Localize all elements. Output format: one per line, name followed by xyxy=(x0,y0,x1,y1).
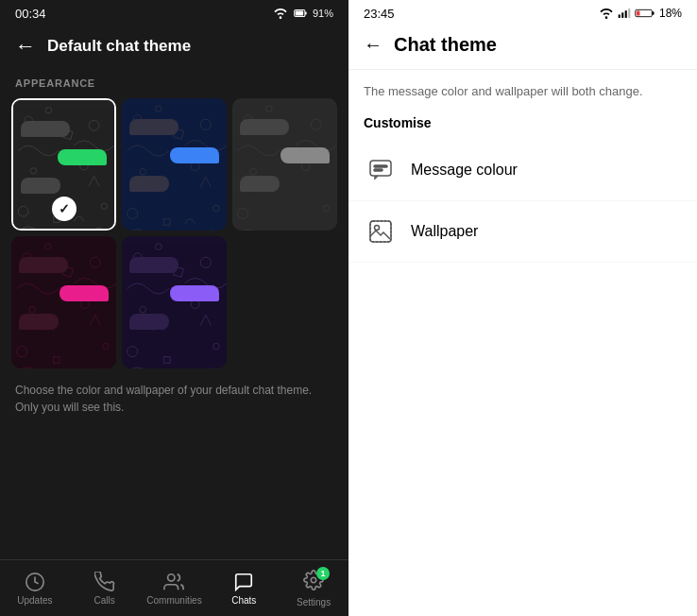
message-colour-svg xyxy=(367,157,394,183)
svg-rect-61 xyxy=(628,9,630,18)
left-header: ← Default chat theme xyxy=(0,26,348,70)
customise-label: Customise xyxy=(348,110,697,140)
theme-item-plain[interactable] xyxy=(232,98,337,231)
message-colour-option[interactable]: Message colour xyxy=(348,140,697,201)
message-colour-label: Message colour xyxy=(411,162,518,179)
wallpaper-svg xyxy=(367,218,394,245)
svg-rect-69 xyxy=(370,221,391,242)
right-header: ← Chat theme xyxy=(348,26,697,70)
left-page-title: Default chat theme xyxy=(47,37,191,56)
back-button[interactable]: ← xyxy=(15,34,36,59)
svg-rect-33 xyxy=(11,236,116,368)
left-status-bar: 00:34 91% xyxy=(0,0,348,26)
theme-item-purple[interactable] xyxy=(122,236,227,368)
themes-grid xyxy=(0,98,348,368)
settings-badge-container: 1 xyxy=(303,570,324,594)
nav-label-chats: Chats xyxy=(231,595,256,606)
svg-rect-58 xyxy=(619,14,620,18)
wallpaper-label: Wallpaper xyxy=(411,223,478,240)
theme-item-blue[interactable] xyxy=(122,98,227,231)
right-time: 23:45 xyxy=(364,7,395,21)
theme-item-default[interactable] xyxy=(11,98,116,231)
svg-rect-63 xyxy=(637,10,640,15)
left-status-icons: 91% xyxy=(273,8,333,19)
calls-icon xyxy=(94,572,115,592)
right-description: The message color and wallpaper will bot… xyxy=(348,70,697,110)
left-panel: 00:34 91% ← Default chat theme APPEARANC… xyxy=(0,0,348,616)
theme-doodle-pink xyxy=(11,236,116,368)
battery-icon xyxy=(294,8,307,19)
nav-item-updates[interactable]: Updates xyxy=(0,572,70,606)
svg-rect-68 xyxy=(370,221,391,242)
nav-label-calls: Calls xyxy=(94,595,115,606)
svg-rect-1 xyxy=(296,11,303,16)
communities-icon xyxy=(163,572,184,592)
nav-item-calls[interactable]: Calls xyxy=(70,572,140,606)
wallpaper-option[interactable]: Wallpaper xyxy=(348,201,697,263)
theme-doodle-purple xyxy=(122,236,227,368)
svg-rect-44 xyxy=(122,236,227,368)
svg-rect-65 xyxy=(370,161,391,176)
nav-label-settings: Settings xyxy=(297,597,331,607)
left-battery: 91% xyxy=(313,8,333,19)
appearance-section-label: APPEARANCE xyxy=(0,70,348,98)
left-time: 00:34 xyxy=(15,7,46,21)
chats-icon xyxy=(233,572,254,592)
nav-item-communities[interactable]: Communities xyxy=(140,572,210,606)
right-status-bar: 23:45 18% xyxy=(348,0,697,26)
right-back-button[interactable]: ← xyxy=(364,34,382,56)
wifi-icon xyxy=(273,8,288,19)
right-signal-icon xyxy=(618,8,631,19)
theme-doodle-blue xyxy=(122,98,227,231)
right-panel: 23:45 18% ← Chat theme The m xyxy=(348,0,697,616)
svg-rect-64 xyxy=(652,11,654,15)
right-wifi-icon xyxy=(599,8,614,19)
svg-rect-59 xyxy=(621,12,623,18)
nav-item-chats[interactable]: Chats xyxy=(209,572,279,606)
svg-rect-67 xyxy=(374,169,382,171)
theme-item-pink[interactable] xyxy=(11,236,116,368)
theme-doodle-plain xyxy=(232,98,337,231)
svg-rect-14 xyxy=(122,98,227,231)
bottom-nav: Updates Calls Communities Chats xyxy=(0,559,348,616)
svg-rect-66 xyxy=(374,165,387,167)
nav-item-settings[interactable]: 1 Settings xyxy=(279,570,348,607)
message-colour-icon xyxy=(364,153,398,187)
selected-checkmark xyxy=(52,197,76,221)
svg-point-70 xyxy=(375,226,380,231)
right-battery-icon xyxy=(635,8,655,19)
right-status-icons: 18% xyxy=(599,7,682,20)
svg-point-57 xyxy=(311,577,316,583)
settings-badge: 1 xyxy=(316,567,330,580)
nav-label-updates: Updates xyxy=(17,595,52,606)
theme-description: Choose the color and wallpaper of your d… xyxy=(0,368,348,423)
right-page-title: Chat theme xyxy=(394,34,497,56)
svg-point-56 xyxy=(168,573,175,580)
wallpaper-icon xyxy=(364,214,398,248)
svg-rect-25 xyxy=(232,98,337,231)
svg-rect-60 xyxy=(625,10,627,18)
updates-icon xyxy=(25,572,45,592)
nav-label-communities: Communities xyxy=(146,595,201,606)
svg-rect-2 xyxy=(305,12,307,15)
right-battery-pct: 18% xyxy=(659,7,682,20)
